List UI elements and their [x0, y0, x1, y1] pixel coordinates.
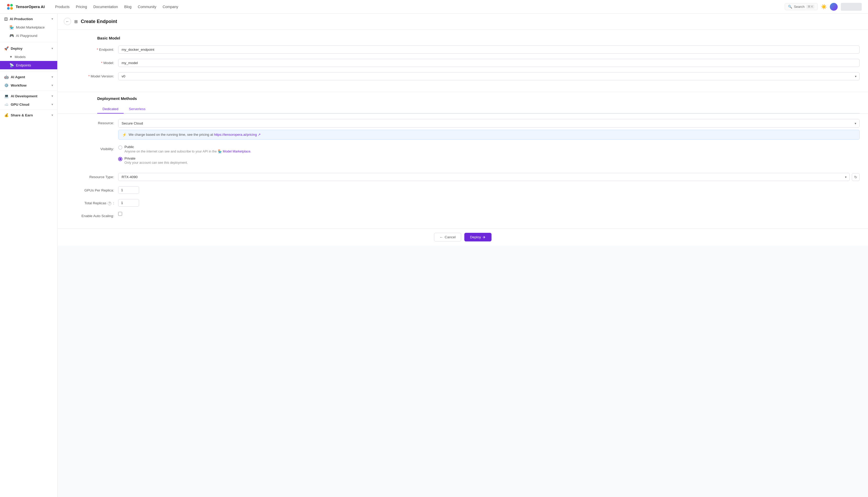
ai-agent-chevron: ▾ — [52, 75, 53, 79]
sidebar-item-endpoints[interactable]: 📡 Endpoints — [0, 61, 57, 69]
gpus-per-replica-input[interactable] — [118, 186, 139, 194]
nav-blog[interactable]: Blog — [124, 5, 132, 9]
deploy-icon: ✈ — [483, 235, 486, 239]
cancel-button[interactable]: ← Cancel — [434, 233, 461, 241]
ai-production-chevron: ▾ — [52, 17, 53, 21]
resource-info-text: We charge based on the running time, see… — [129, 133, 261, 137]
page-title: Create Endpoint — [81, 19, 117, 24]
visibility-label: Visibility: — [66, 145, 118, 151]
visibility-public-radio-row: Public Anyone on the internet can see an… — [118, 145, 859, 153]
deploy-icon: 🚀 — [4, 46, 9, 51]
visibility-private-desc: Only your account can see this deploymen… — [124, 161, 188, 165]
profile-placeholder — [841, 3, 862, 11]
gpu-cloud-icon: ☁️ — [4, 102, 9, 106]
sidebar-label-gpu-cloud: GPU Cloud — [11, 102, 29, 106]
total-replicas-help-icon[interactable]: ? — [108, 202, 112, 205]
nav-products[interactable]: Products — [55, 5, 70, 9]
sidebar-item-ai-production[interactable]: ◫ AI Production ▾ — [0, 15, 57, 23]
model-row: * Model: — [66, 59, 859, 67]
sidebar-item-ai-playground[interactable]: 🎮 AI Playground — [0, 31, 57, 40]
model-label: * Model: — [66, 59, 118, 65]
visibility-private-radio[interactable] — [118, 157, 122, 161]
cancel-arrow-icon: ← — [440, 235, 443, 239]
sidebar-item-ai-development[interactable]: 💻 AI Development ▾ — [0, 92, 57, 100]
resource-type-select[interactable]: RTX-4090 — [118, 173, 850, 181]
sidebar-label-share-earn: Share & Earn — [11, 113, 33, 117]
gpus-per-replica-row: GPUs Per Replica: — [66, 186, 859, 194]
total-replicas-row: Total Replicas ? : — [66, 199, 859, 207]
search-icon: 🔍 — [788, 5, 792, 9]
sidebar-item-model-marketplace[interactable]: 🏪 Model Marketplace — [0, 23, 57, 31]
deployment-methods-title: Deployment Methods — [97, 96, 859, 101]
deployment-methods-section: Deployment Methods Dedicated Serverless — [58, 92, 868, 114]
user-avatar[interactable] — [830, 3, 838, 11]
search-shortcut: ⌘ K — [806, 5, 814, 9]
visibility-row: Visibility: Public Anyone on the interne… — [66, 145, 859, 168]
sidebar-item-models[interactable]: ✦ Models — [0, 53, 57, 61]
deploy-label: Deploy — [470, 235, 481, 239]
logo[interactable]: TensorOpera AI — [6, 3, 45, 11]
nav-pricing[interactable]: Pricing — [76, 5, 87, 9]
sidebar-item-gpu-cloud[interactable]: ☁️ GPU Cloud ▾ — [0, 100, 57, 109]
create-endpoint-icon: ⊞ — [74, 19, 78, 24]
model-marketplace-icon: 🏪 — [10, 25, 14, 29]
deployment-tabs: Dedicated Serverless — [97, 105, 859, 114]
model-version-field: v0 — [118, 72, 859, 80]
nav-documentation[interactable]: Documentation — [93, 5, 118, 9]
ai-playground-icon: 🎮 — [10, 33, 14, 38]
resource-type-label: Resource Type: — [66, 173, 118, 179]
deploy-button[interactable]: Deploy ✈ — [464, 233, 491, 241]
theme-toggle-icon[interactable]: ☀️ — [821, 4, 827, 10]
endpoint-input[interactable] — [118, 45, 859, 54]
sidebar-label-ai-playground: AI Playground — [16, 34, 38, 38]
total-replicas-field — [118, 199, 859, 207]
sidebar-label-models: Models — [15, 55, 26, 59]
sidebar-item-ai-agent[interactable]: 🤖 AI Agent ▾ — [0, 73, 57, 81]
logo-text: TensorOpera AI — [16, 4, 45, 9]
svg-point-0 — [7, 4, 10, 6]
model-required-star: * — [101, 61, 102, 65]
resource-type-wrapper: RTX-4090 ↻ — [118, 173, 859, 181]
nav-company[interactable]: Company — [163, 5, 178, 9]
endpoints-icon: 📡 — [10, 63, 14, 67]
model-version-select-wrapper: v0 — [118, 72, 859, 80]
external-link-icon: ↗ — [258, 133, 261, 137]
nav-community[interactable]: Community — [138, 5, 156, 9]
main-content: ← ⊞ Create Endpoint Basic Model * Endpoi… — [58, 14, 868, 497]
sidebar-item-workflow[interactable]: ⚙️ Workflow ▾ — [0, 81, 57, 89]
auto-scaling-label: Enable Auto Scaling: — [66, 212, 118, 218]
model-version-select[interactable]: v0 — [118, 72, 859, 80]
search-button[interactable]: 🔍 Search ⌘ K — [784, 3, 818, 10]
share-earn-icon: 💰 — [4, 113, 9, 117]
info-icon: ⚡ — [122, 133, 127, 137]
auto-scaling-checkbox[interactable] — [118, 212, 122, 216]
resource-value: Secure Cloud — [121, 122, 143, 125]
ai-production-icon: ◫ — [4, 17, 8, 21]
nav-links: Products Pricing Documentation Blog Comm… — [55, 5, 785, 9]
workflow-icon: ⚙️ — [4, 83, 9, 87]
sidebar-label-ai-development: AI Development — [11, 94, 38, 98]
cancel-label: Cancel — [445, 235, 456, 239]
sidebar-label-ai-agent: AI Agent — [11, 75, 25, 79]
back-button[interactable]: ← — [64, 18, 71, 25]
resource-row: Resource: Secure Cloud ▾ ⚡ We charge bas… — [66, 119, 859, 140]
resource-dropdown-header[interactable]: Secure Cloud ▾ — [118, 119, 859, 127]
pricing-link[interactable]: https://tensoropera.ai/pricing ↗ — [214, 133, 261, 137]
tab-serverless[interactable]: Serverless — [124, 105, 151, 114]
gpu-cloud-chevron: ▾ — [52, 103, 53, 106]
marketplace-link[interactable]: Model Marketplace. — [223, 150, 251, 153]
total-replicas-input[interactable] — [118, 199, 139, 207]
reload-button[interactable]: ↻ — [852, 173, 859, 181]
resource-dropdown: Secure Cloud ▾ — [118, 119, 859, 128]
visibility-public-radio[interactable] — [118, 145, 122, 150]
visibility-public-label: Public — [124, 145, 251, 149]
model-input[interactable] — [118, 59, 859, 67]
gpus-per-replica-field — [118, 186, 859, 194]
sidebar: ◫ AI Production ▾ 🏪 Model Marketplace 🎮 … — [0, 14, 58, 497]
svg-point-2 — [7, 7, 10, 10]
visibility-public-option: Public Anyone on the internet can see an… — [118, 145, 859, 153]
sidebar-item-share-earn[interactable]: 💰 Share & Earn ▾ — [0, 111, 57, 119]
sidebar-item-deploy[interactable]: 🚀 Deploy ▾ — [0, 44, 57, 53]
tab-dedicated[interactable]: Dedicated — [97, 105, 124, 114]
endpoint-row: * Endpoint: — [66, 45, 859, 54]
